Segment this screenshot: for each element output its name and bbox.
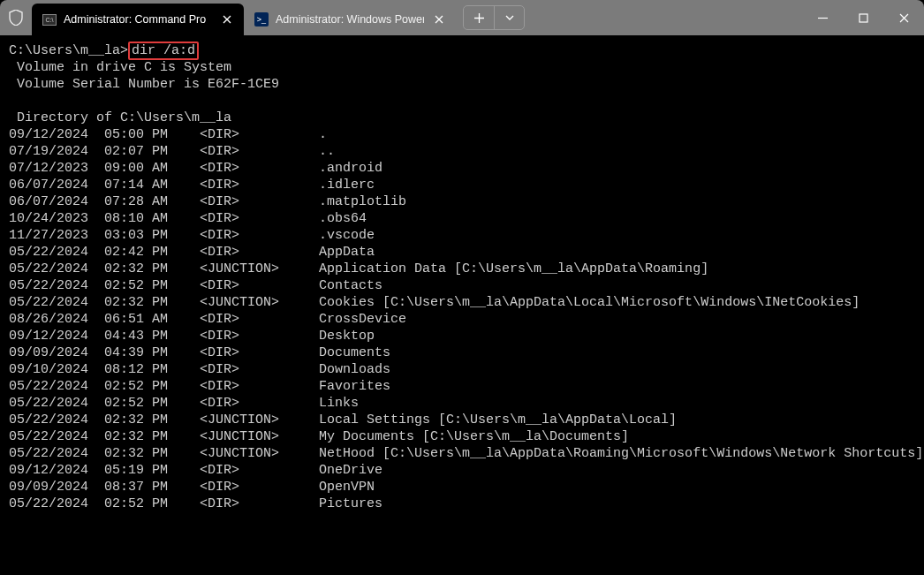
minimize-button[interactable] bbox=[802, 0, 843, 35]
prompt-path: C:\Users\m__la> bbox=[9, 43, 128, 58]
cmd-icon: C:\ bbox=[42, 12, 57, 26]
new-tab-button[interactable] bbox=[464, 6, 494, 29]
powershell-icon: >_ bbox=[254, 12, 269, 26]
close-button[interactable] bbox=[883, 0, 924, 35]
titlebar: C:\ Administrator: Command Pro >_ Admini… bbox=[0, 0, 924, 35]
close-icon[interactable] bbox=[219, 11, 235, 27]
tab-label: Administrator: Command Pro bbox=[64, 13, 212, 26]
terminal-output[interactable]: C:\Users\m__la>dir /a:d Volume in drive … bbox=[0, 35, 924, 512]
tab-powershell[interactable]: >_ Administrator: Windows Power bbox=[244, 4, 456, 35]
svg-rect-0 bbox=[860, 14, 867, 22]
tab-label: Administrator: Windows Power bbox=[276, 13, 424, 26]
prompt-line: C:\Users\m__la>dir /a:d bbox=[9, 42, 915, 59]
shield-icon bbox=[0, 0, 32, 35]
command-highlight: dir /a:d bbox=[128, 42, 199, 60]
tab-dropdown-button[interactable] bbox=[494, 6, 524, 29]
window-controls bbox=[802, 0, 924, 35]
dir-listing: 09/12/2024 05:00 PM <DIR> . 07/19/2024 0… bbox=[9, 126, 915, 512]
close-icon[interactable] bbox=[431, 11, 447, 27]
dir-header: Volume in drive C is System Volume Seria… bbox=[9, 59, 915, 126]
maximize-button[interactable] bbox=[843, 0, 883, 35]
tab-cmd[interactable]: C:\ Administrator: Command Pro bbox=[32, 4, 244, 35]
tab-controls bbox=[463, 5, 525, 30]
tab-strip: C:\ Administrator: Command Pro >_ Admini… bbox=[32, 0, 456, 35]
